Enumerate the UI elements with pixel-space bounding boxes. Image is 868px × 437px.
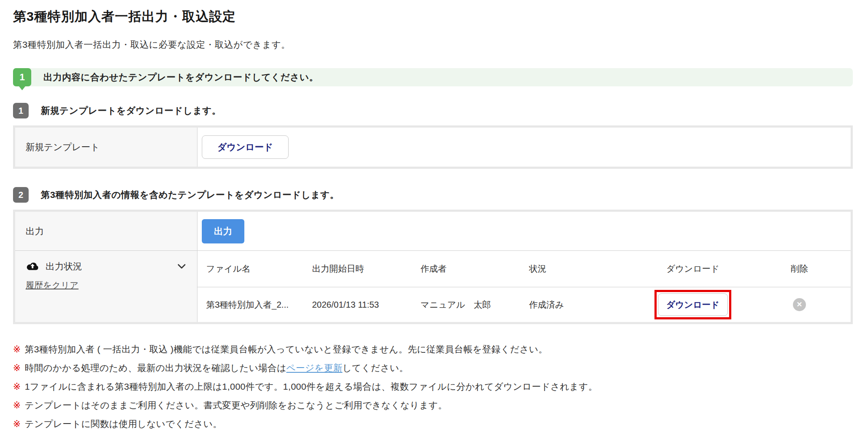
new-template-download-button[interactable]: ダウンロード (202, 135, 289, 159)
cell-file-name: 第3種特別加入者_2... (197, 299, 312, 311)
export-content: 出力 (197, 212, 851, 250)
cell-started-at: 2026/01/13 11:53 (312, 300, 421, 310)
section1-number-badge: 1 (13, 103, 29, 118)
step-number-badge: 1 (13, 68, 31, 86)
section2-heading-text: 第3種特別加入者の情報を含めたテンプレートをダウンロードします。 (41, 189, 339, 201)
export-row: 出力 出力 (15, 212, 851, 251)
step-banner-text: 出力内容に合わせたテンプレートをダウンロードしてください。 (43, 71, 319, 83)
note-3: ※1ファイルに含まれる第3種特別加入者の上限は1,000件です。1,000件を超… (13, 381, 855, 393)
header-file-name: ファイル名 (197, 263, 312, 275)
header-delete: 削除 (748, 263, 851, 275)
export-panel: 出力 出力 出力状況 履歴をクリア (13, 210, 853, 324)
cell-delete: ✕ (748, 298, 851, 311)
page-title: 第3種特別加入者一括出力・取込設定 (13, 8, 855, 26)
page: 第3種特別加入者一括出力・取込設定 第3種特別加入者一括出力・取込に必要な設定・… (0, 0, 868, 437)
table-row: 第3種特別加入者_2... 2026/01/13 11:53 マニュアル 太郎 … (197, 287, 851, 322)
footnotes: ※第3種特別加入者 ( 一括出力・取込 )機能では従業員台帳が入っていないと登録… (13, 343, 855, 430)
clear-history-link[interactable]: 履歴をクリア (26, 279, 79, 291)
export-status-cell: 出力状況 履歴をクリア (15, 251, 197, 322)
section1-heading-text: 新規テンプレートをダウンロードします。 (41, 105, 221, 117)
note-5-marker: ※ (13, 419, 21, 429)
note-3-marker: ※ (13, 381, 21, 391)
new-template-label: 新規テンプレート (15, 128, 197, 167)
export-status-label: 出力状況 (46, 260, 82, 273)
note-2-text-pre: 時間のかかる処理のため、最新の出力状況を確認したい場合は (25, 363, 286, 373)
section2-heading: 2 第3種特別加入者の情報を含めたテンプレートをダウンロードします。 (13, 187, 855, 203)
export-button[interactable]: 出力 (202, 219, 244, 243)
header-download: ダウンロード (638, 263, 748, 275)
note-5-text: テンプレートに関数は使用しないでください。 (25, 419, 222, 429)
note-4-text: テンプレートはそのままご利用ください。書式変更や列削除をおこなうとご利用できなく… (25, 400, 447, 410)
step-banner: 1 出力内容に合わせたテンプレートをダウンロードしてください。 (13, 68, 853, 86)
cell-status: 作成済み (529, 299, 638, 311)
chevron-down-icon[interactable] (178, 264, 186, 269)
new-template-panel: 新規テンプレート ダウンロード (13, 125, 853, 169)
page-subtitle: 第3種特別加入者一括出力・取込に必要な設定・取込ができます。 (13, 39, 855, 51)
note-1-marker: ※ (13, 344, 21, 354)
note-2-text-post: してください。 (342, 363, 408, 373)
export-status-row: 出力状況 履歴をクリア ファイル名 出力開始日時 作成者 状況 ダウンロード 削… (15, 251, 851, 322)
red-highlight-annotation: ダウンロード (654, 290, 731, 319)
header-status: 状況 (529, 263, 638, 275)
cell-creator: マニュアル 太郎 (421, 299, 529, 311)
export-label: 出力 (15, 212, 197, 250)
note-5: ※テンプレートに関数は使用しないでください。 (13, 418, 855, 430)
note-3-text: 1ファイルに含まれる第3種特別加入者の上限は1,000件です。1,000件を超え… (25, 381, 598, 391)
delete-icon[interactable]: ✕ (793, 298, 806, 311)
note-2-marker: ※ (13, 363, 21, 373)
section2-number-badge: 2 (13, 187, 29, 203)
header-started-at: 出力開始日時 (312, 263, 421, 275)
note-4-marker: ※ (13, 400, 21, 410)
cell-download: ダウンロード (638, 290, 748, 319)
history-table-header: ファイル名 出力開始日時 作成者 状況 ダウンロード 削除 (197, 251, 851, 287)
note-2: ※時間のかかる処理のため、最新の出力状況を確認したい場合はページを更新してくださ… (13, 362, 855, 374)
row-download-button[interactable]: ダウンロード (658, 293, 727, 316)
note-1-text: 第3種特別加入者 ( 一括出力・取込 )機能では従業員台帳が入っていないと登録で… (25, 344, 548, 354)
export-history-table: ファイル名 出力開始日時 作成者 状況 ダウンロード 削除 第3種特別加入者_2… (197, 251, 851, 322)
export-status-header[interactable]: 出力状況 (26, 260, 197, 273)
section1-heading: 1 新規テンプレートをダウンロードします。 (13, 103, 855, 118)
note-4: ※テンプレートはそのままご利用ください。書式変更や列削除をおこなうとご利用できな… (13, 399, 855, 411)
cloud-upload-icon (26, 261, 39, 272)
note-1: ※第3種特別加入者 ( 一括出力・取込 )機能では従業員台帳が入っていないと登録… (13, 343, 855, 355)
header-creator: 作成者 (421, 263, 529, 275)
new-template-content: ダウンロード (197, 128, 851, 167)
new-template-row: 新規テンプレート ダウンロード (15, 128, 851, 167)
refresh-page-link[interactable]: ページを更新 (286, 363, 342, 373)
